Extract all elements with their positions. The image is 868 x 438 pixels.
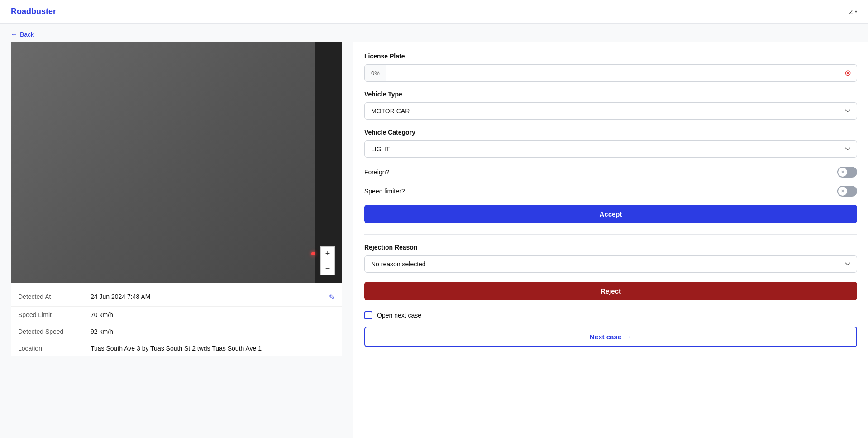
detected-speed-value: 92 km/h [91,328,335,335]
vehicle-category-select[interactable]: LIGHTHEAVYMEDIUM [364,140,857,158]
foreign-toggle-row: Foreign? ✕ [364,167,857,178]
detail-row-location: Location Tuas South Ave 3 by Tuas South … [11,340,342,356]
lp-clear-button[interactable]: ⊗ [839,68,857,78]
next-case-label: Next case [590,333,621,341]
foreign-toggle-thumb: ✕ [838,168,847,177]
speed-limiter-toggle-track: ✕ [837,186,857,197]
reject-button[interactable]: Reject [364,282,857,300]
edit-icon[interactable]: ✎ [329,293,335,302]
speed-limit-label: Speed Limit [18,311,91,318]
detected-at-label: Detected At [18,293,91,300]
detail-row-detected-speed: Detected Speed 92 km/h [11,323,342,340]
app-logo: Roadbuster [11,7,56,16]
detected-at-value: 24 Jun 2024 7:48 AM [91,293,329,300]
speed-limiter-toggle-row: Speed limiter? ✕ [364,186,857,197]
foreign-label: Foreign? [364,168,389,176]
right-panel: License Plate 0% ⊗ Vehicle Type MOTOR CA… [353,42,868,438]
license-plate-row: 0% ⊗ [364,64,857,82]
vehicle-type-label: Vehicle Type [364,91,857,98]
location-label: Location [18,345,91,352]
back-link[interactable]: ← Back [0,24,45,42]
toggle-x-icon-2: ✕ [841,189,844,193]
left-panel: + − Detected At 24 Jun 2024 7:48 AM ✎ Sp… [0,42,353,438]
lp-prefix: 0% [365,65,386,81]
back-arrow-icon: ← [11,31,17,38]
location-value: Tuas South Ave 3 by Tuas South St 2 twds… [91,345,335,352]
image-placeholder [11,42,342,283]
user-initial: Z [849,8,853,15]
details-panel: Detected At 24 Jun 2024 7:48 AM ✎ Speed … [11,283,342,356]
speed-limiter-label: Speed limiter? [364,188,405,195]
open-next-row: Open next case [364,311,857,319]
back-label: Back [20,31,34,38]
toggle-x-icon: ✕ [841,170,844,174]
accept-button[interactable]: Accept [364,205,857,223]
license-plate-label: License Plate [364,53,857,60]
next-case-button[interactable]: Next case → [364,327,857,347]
vehicle-category-label: Vehicle Category [364,129,857,136]
main-content: + − Detected At 24 Jun 2024 7:48 AM ✎ Sp… [0,42,868,438]
zoom-in-button[interactable]: + [320,246,335,261]
speed-limiter-toggle[interactable]: ✕ [837,186,857,197]
zoom-out-button[interactable]: − [320,261,335,275]
detected-speed-label: Detected Speed [18,328,91,335]
open-next-label: Open next case [377,312,421,319]
license-plate-input[interactable] [386,65,839,81]
chevron-down-icon: ▾ [855,9,857,14]
rejection-reason-select[interactable]: No reason selectedInvalid platePoor imag… [364,255,857,273]
speed-limit-value: 70 km/h [91,311,335,318]
header: Roadbuster Z ▾ [0,0,868,24]
detail-row-detected-at: Detected At 24 Jun 2024 7:48 AM ✎ [11,289,342,307]
detail-row-speed-limit: Speed Limit 70 km/h [11,307,342,323]
camera-image: + − [11,42,342,283]
open-next-checkbox[interactable] [364,311,372,319]
speed-limiter-toggle-thumb: ✕ [838,187,847,196]
rejection-reason-label: Rejection Reason [364,244,857,251]
vehicle-type-select[interactable]: MOTOR CARMOTORCYCLETRUCKBUSVAN [364,102,857,120]
next-arrow-icon: → [625,333,632,341]
foreign-toggle-track: ✕ [837,167,857,178]
divider [364,234,857,235]
user-menu[interactable]: Z ▾ [849,8,857,15]
foreign-toggle[interactable]: ✕ [837,167,857,178]
zoom-controls: + − [320,246,335,275]
